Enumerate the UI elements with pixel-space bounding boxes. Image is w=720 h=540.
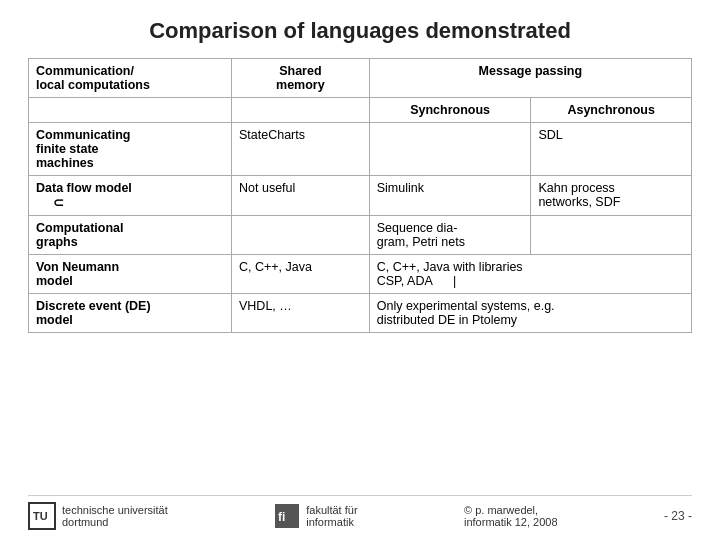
fi-logo-icon: fi: [274, 503, 300, 529]
row5-col2: VHDL, …: [232, 294, 370, 333]
tu-logo-icon: TU: [28, 502, 56, 530]
row4-col2: C, C++, Java: [232, 255, 370, 294]
page-number: - 23 -: [664, 509, 692, 523]
row1-col3b: SDL: [531, 123, 692, 176]
row4-col3-merged: C, C++, Java with librariesCSP, ADA |: [369, 255, 691, 294]
row2-col1: Data flow model ⊂: [29, 176, 232, 216]
table-subheader-row: Synchronous Asynchronous: [29, 98, 692, 123]
svg-text:fi: fi: [278, 510, 285, 524]
footer-left: TU technische universität dortmund: [28, 502, 168, 530]
row3-col3b: [531, 216, 692, 255]
footer: TU technische universität dortmund fi fa…: [28, 495, 692, 530]
table-row: Von Neumannmodel C, C++, Java C, C++, Ja…: [29, 255, 692, 294]
row3-col3a: Sequence dia-gram, Petri nets: [369, 216, 531, 255]
table-row: Discrete event (DE)model VHDL, … Only ex…: [29, 294, 692, 333]
subheader-sync: Synchronous: [369, 98, 531, 123]
header-col2: Sharedmemory: [232, 59, 370, 98]
header-col1: Communication/local computations: [29, 59, 232, 98]
page: Comparison of languages demonstrated Com…: [0, 0, 720, 540]
table-row: Data flow model ⊂ Not useful Simulink Ka…: [29, 176, 692, 216]
row1-col1: Communicatingfinite statemachines: [29, 123, 232, 176]
header-col3-main: Message passing: [369, 59, 691, 98]
row1-col3a: [369, 123, 531, 176]
fi-logo: fi: [274, 503, 300, 529]
comparison-table: Communication/local computations Sharedm…: [28, 58, 692, 333]
row2-col2: Not useful: [232, 176, 370, 216]
svg-text:TU: TU: [33, 510, 48, 522]
subheader-empty2: [232, 98, 370, 123]
row3-col2: [232, 216, 370, 255]
faculty-text: fakultät für informatik: [306, 504, 357, 528]
copyright-text: © p. marwedel, informatik 12, 2008: [464, 504, 558, 528]
subheader-empty1: [29, 98, 232, 123]
row5-col1: Discrete event (DE)model: [29, 294, 232, 333]
row1-col2: StateCharts: [232, 123, 370, 176]
footer-center: fi fakultät für informatik: [274, 503, 357, 529]
row2-col3a: Simulink: [369, 176, 531, 216]
table-row: Computationalgraphs Sequence dia-gram, P…: [29, 216, 692, 255]
tu-logo: TU: [28, 502, 56, 530]
row2-col3b: Kahn processnetworks, SDF: [531, 176, 692, 216]
row5-col3-merged: Only experimental systems, e.g.distribut…: [369, 294, 691, 333]
row4-col1: Von Neumannmodel: [29, 255, 232, 294]
table-row: Communicatingfinite statemachines StateC…: [29, 123, 692, 176]
subheader-async: Asynchronous: [531, 98, 692, 123]
university-text: technische universität dortmund: [62, 504, 168, 528]
page-title: Comparison of languages demonstrated: [28, 18, 692, 44]
table-header-row: Communication/local computations Sharedm…: [29, 59, 692, 98]
row3-col1: Computationalgraphs: [29, 216, 232, 255]
